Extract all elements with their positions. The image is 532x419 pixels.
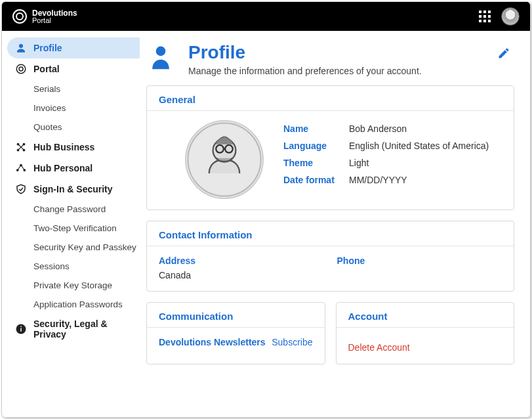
- sidebar-item-legal-privacy[interactable]: Security, Legal & Privacy: [7, 314, 140, 344]
- hub-personal-icon: [15, 162, 27, 174]
- sidebar-item-two-step[interactable]: Two-Step Verification: [7, 219, 140, 238]
- hub-business-icon: [15, 141, 27, 153]
- topbar-right: [479, 7, 520, 26]
- svg-point-2: [19, 67, 23, 71]
- address-value: Canada: [159, 270, 324, 280]
- person-icon: [15, 42, 27, 54]
- page-title: Profile: [188, 43, 422, 63]
- user-avatar-icon[interactable]: [501, 7, 520, 26]
- main-content: Profile Manage the information and prefe…: [140, 31, 530, 417]
- sidebar-item-hub-business[interactable]: Hub Business: [7, 137, 140, 158]
- name-value: Bob Anderson: [349, 123, 407, 134]
- svg-rect-12: [20, 326, 22, 328]
- body: Profile Portal Serials Invoices Quotes H…: [2, 31, 530, 417]
- brand-logo-icon: [12, 9, 27, 24]
- sidebar-item-signin-security[interactable]: Sign-In & Security: [7, 179, 140, 200]
- page-header: Profile Manage the information and prefe…: [146, 43, 514, 76]
- contact-title: Contact Information: [159, 229, 502, 240]
- sidebar-item-private-key[interactable]: Private Key Storage: [7, 276, 140, 295]
- language-label: Language: [283, 141, 349, 151]
- theme-label: Theme: [283, 158, 349, 168]
- sidebar-label: Hub Personal: [33, 163, 92, 173]
- address-label: Address: [159, 255, 324, 266]
- theme-value: Light: [349, 158, 369, 168]
- sidebar-item-serials[interactable]: Serials: [7, 79, 140, 99]
- brand[interactable]: Devolutions Portal: [12, 9, 77, 24]
- sidebar-item-invoices[interactable]: Invoices: [7, 99, 140, 118]
- svg-point-0: [19, 44, 23, 48]
- account-title: Account: [348, 311, 502, 322]
- sidebar-label: Profile: [33, 43, 62, 53]
- dateformat-value: MM/DD/YYYY: [349, 175, 407, 185]
- general-card: General: [146, 85, 514, 210]
- edit-button[interactable]: [493, 43, 514, 66]
- sidebar-item-app-passwords[interactable]: Application Passwords: [7, 295, 140, 314]
- bottom-cards: Communication Devolutions Newsletters Su…: [146, 302, 514, 364]
- communication-title: Communication: [159, 311, 313, 322]
- sidebar-item-portal[interactable]: Portal: [7, 58, 140, 79]
- profile-avatar: [185, 120, 264, 199]
- brand-line2: Portal: [32, 17, 77, 24]
- general-title: General: [159, 94, 502, 105]
- sidebar-item-hub-personal[interactable]: Hub Personal: [7, 158, 140, 179]
- phone-label: Phone: [337, 255, 502, 266]
- general-fields: NameBob Anderson LanguageEnglish (United…: [283, 120, 502, 188]
- brand-line1: Devolutions: [32, 9, 77, 17]
- shield-icon: [15, 183, 27, 195]
- sidebar: Profile Portal Serials Invoices Quotes H…: [2, 31, 140, 417]
- svg-point-13: [156, 47, 166, 56]
- page-title-block: Profile Manage the information and prefe…: [188, 43, 422, 76]
- sidebar-item-quotes[interactable]: Quotes: [7, 118, 140, 137]
- newsletters-label: Devolutions Newsletters: [159, 337, 266, 347]
- sidebar-item-security-key[interactable]: Security Key and Passkey: [7, 238, 140, 257]
- profile-page-icon: [146, 43, 175, 72]
- apps-grid-icon[interactable]: [479, 11, 491, 22]
- sidebar-item-change-password[interactable]: Change Password: [7, 200, 140, 219]
- delete-account-link[interactable]: Delete Account: [348, 342, 410, 353]
- sidebar-label: Sign-In & Security: [33, 184, 113, 194]
- sidebar-item-profile[interactable]: Profile: [7, 37, 140, 58]
- app-window: Devolutions Portal Profile Portal Serial…: [1, 1, 531, 418]
- portal-icon: [15, 63, 27, 75]
- svg-point-1: [16, 64, 26, 74]
- communication-card: Communication Devolutions Newsletters Su…: [146, 302, 325, 364]
- sidebar-item-sessions[interactable]: Sessions: [7, 257, 140, 276]
- name-label: Name: [283, 123, 349, 134]
- sidebar-label: Hub Business: [33, 142, 94, 152]
- page-subtitle: Manage the information and preferences o…: [188, 66, 422, 76]
- dateformat-label: Date format: [283, 175, 349, 185]
- svg-rect-11: [20, 328, 22, 332]
- contact-card: Contact Information Address Canada Phone: [146, 221, 514, 292]
- topbar: Devolutions Portal: [2, 2, 530, 31]
- info-icon: [15, 323, 27, 335]
- sidebar-label: Portal: [33, 64, 60, 74]
- sidebar-label: Security, Legal & Privacy: [33, 319, 132, 340]
- account-card: Account Delete Account: [336, 302, 515, 364]
- brand-text: Devolutions Portal: [32, 9, 77, 24]
- language-value: English (United States of America): [349, 141, 489, 151]
- subscribe-link[interactable]: Subscribe: [272, 337, 312, 347]
